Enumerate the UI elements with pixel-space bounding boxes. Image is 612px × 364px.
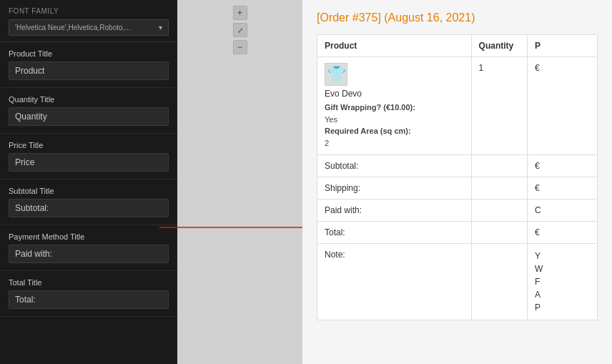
input-price-title[interactable] [9, 153, 169, 172]
gift-wrapping-value: Yes [325, 115, 337, 124]
font-family-section: FONT FAMILY 'Helvetica Neue',Helvetica,R… [0, 0, 177, 42]
summary-value: C [527, 200, 597, 222]
summary-label: Total: [317, 222, 472, 244]
product-quantity: 1 [471, 57, 527, 155]
summary-value: € [527, 155, 597, 177]
zoom-out-button[interactable]: − [233, 40, 247, 54]
font-family-select[interactable]: 'Helvetica Neue',Helvetica,Roboto,... ▾ [9, 19, 169, 36]
left-panel: FONT FAMILY 'Helvetica Neue',Helvetica,R… [0, 0, 177, 364]
input-payment-method-title[interactable] [9, 245, 169, 263]
field-group-quantity-title: Quantity Title [0, 88, 177, 134]
summary-rows: Subtotal:€Shipping:€Paid with:CTotal:€No… [317, 155, 598, 320]
label-product-title: Product Title [9, 49, 169, 58]
summary-quantity [471, 155, 527, 177]
input-product-title[interactable] [9, 62, 169, 80]
note-label: Note: [317, 244, 472, 320]
label-price-title: Price Title [9, 141, 169, 149]
summary-row: Total:€ [317, 222, 598, 244]
summary-value: € [527, 177, 597, 200]
col-product: Product [317, 35, 472, 57]
right-panel: [Order #375] (August 16, 2021) Product Q… [302, 0, 612, 364]
order-title: [Order #375] (August 16, 2021) [317, 11, 598, 24]
summary-label: Paid with: [317, 200, 472, 222]
input-subtotal-title[interactable] [9, 199, 169, 217]
summary-quantity [471, 200, 527, 222]
summary-value: € [527, 222, 597, 244]
summary-label: Shipping: [317, 177, 472, 200]
input-total-title[interactable] [9, 290, 169, 309]
label-subtotal-title: Subtotal Title [9, 187, 169, 195]
field-group-total-title: Total Title [0, 271, 177, 317]
font-family-label: FONT FAMILY [9, 7, 169, 15]
product-meta: Gift Wrapping? (€10.00): Yes Required Ar… [325, 102, 464, 149]
field-group-subtotal-title: Subtotal Title [0, 179, 177, 225]
required-area-value: 2 [325, 139, 329, 147]
summary-quantity [471, 177, 527, 200]
product-name: Evo Devo [325, 89, 464, 99]
note-content: Y W F A P [527, 244, 597, 320]
zoom-fit-button[interactable]: ⤢ [233, 23, 247, 37]
col-quantity: Quantity [471, 35, 527, 57]
chevron-down-icon: ▾ [159, 24, 162, 31]
label-payment-method-title: Payment Method Title [9, 232, 169, 241]
product-cell: 👕 Evo Devo Gift Wrapping? (€10.00): Yes … [317, 57, 472, 155]
field-group-price-title: Price Title [0, 134, 177, 179]
font-family-value: 'Helvetica Neue',Helvetica,Roboto,... [15, 24, 131, 31]
label-quantity-title: Quantity Title [9, 95, 169, 104]
summary-quantity [471, 222, 527, 244]
field-group-product-title: Product Title [0, 42, 177, 88]
col-price: P [527, 35, 597, 57]
gift-wrapping-label: Gift Wrapping? (€10.00): [325, 103, 415, 112]
order-table: Product Quantity P 👕 Evo Devo Gift Wrapp… [317, 34, 598, 320]
label-total-title: Total Title [9, 278, 169, 287]
required-area-label: Required Area (sq cm): [325, 127, 411, 135]
product-price: € [527, 57, 597, 155]
summary-row: Subtotal:€ [317, 155, 598, 177]
summary-label: Subtotal: [317, 155, 472, 177]
canvas-area: + ⤢ − [177, 0, 302, 364]
fields-container: Product TitleQuantity TitlePrice TitleSu… [0, 42, 177, 317]
summary-row: Shipping:€ [317, 177, 598, 200]
input-quantity-title[interactable] [9, 107, 169, 126]
note-empty [471, 244, 527, 320]
product-image: 👕 [325, 63, 347, 86]
zoom-in-button[interactable]: + [233, 6, 247, 20]
product-row: 👕 Evo Devo Gift Wrapping? (€10.00): Yes … [317, 57, 598, 155]
summary-row: Paid with:C [317, 200, 598, 222]
field-group-payment-method-title: Payment Method Title [0, 225, 177, 271]
canvas-controls: + ⤢ − [233, 0, 247, 60]
note-row: Note:Y W F A P [317, 244, 598, 320]
